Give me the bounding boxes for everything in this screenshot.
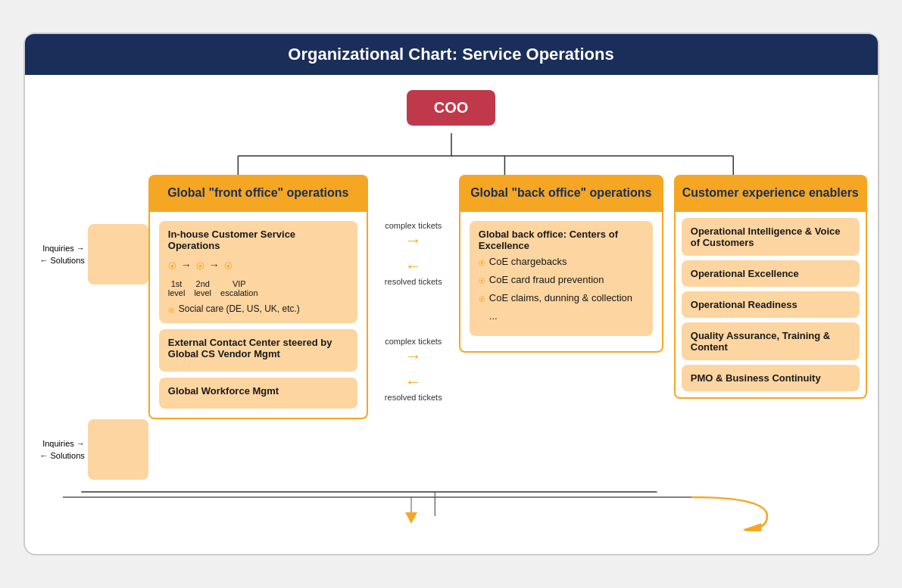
complex-tickets-1: complex tickets → — [385, 220, 442, 250]
enabler-4: PMO & Business Continuity — [682, 365, 860, 391]
inquiries-text-1: Inquiries — [42, 244, 74, 253]
arrow-left-2: ← — [40, 451, 48, 460]
complex-tickets-2-label: complex tickets — [385, 336, 442, 347]
arrow-left-1: ← — [40, 256, 48, 265]
back-item-2: ⍟ CoE claims, dunning & collection — [479, 292, 644, 304]
front-office-body: In-house Customer Service Operations ⍟ →… — [148, 212, 368, 419]
coo-row: COO — [25, 90, 878, 126]
connector-svg — [70, 133, 832, 175]
arrow-right-2: → — [76, 439, 85, 448]
inquiry-labels-2: Inquiries → ← Solutions — [40, 439, 85, 460]
arrow-complex-2: → — [405, 347, 422, 366]
bottom-arrow-area — [40, 486, 863, 531]
star-icon-2: ⍟ — [196, 257, 204, 273]
front-office-column: Global "front office" operations In-hous… — [148, 175, 368, 419]
inquiry-box-2 — [88, 419, 148, 480]
star-coe-2: ⍟ — [479, 274, 485, 286]
global-workforce-title: Global Workforce Mgmt — [168, 385, 348, 397]
star-icon-social: ⍟ — [168, 303, 174, 316]
inquiry-label-2: Inquiries → — [42, 439, 85, 448]
bottom-curved-svg — [40, 486, 863, 531]
resolved-tickets-1: ← resolved tickets — [385, 257, 442, 287]
global-workforce-box: Global Workforce Mgmt — [159, 378, 357, 409]
social-care-text: Social care (DE, US, UK, etc.) — [179, 303, 300, 314]
inquiry-group-2: Inquiries → ← Solutions — [40, 419, 148, 480]
inquiries-text-2: Inquiries — [42, 439, 74, 448]
resolved-tickets-1-label: resolved tickets — [385, 276, 442, 287]
coo-connectors — [70, 133, 832, 175]
inquiry-box-1 — [88, 224, 148, 285]
inhouse-cs-title: In-house Customer Service Operations — [168, 229, 348, 251]
arrow-resolved-2: ← — [405, 372, 422, 392]
svg-marker-11 — [405, 512, 417, 524]
back-item-3: ⍟ ... — [479, 310, 644, 322]
back-item-text-0: CoE chargebacks — [489, 256, 567, 267]
enabler-3: Quality Assurance, Training & Content — [682, 322, 860, 360]
enabler-1: Operational Excellence — [682, 260, 860, 287]
external-cc-title: External Contact Center steered by Globa… — [168, 337, 348, 359]
level-vip: VIPescalation — [220, 279, 258, 297]
star-icon-1: ⍟ — [168, 257, 176, 273]
arrow-right-1: → — [76, 244, 85, 253]
enablers-header: Customer experience enablers — [674, 175, 867, 212]
solutions-label-1: ← Solutions — [40, 256, 85, 265]
star-coe-1: ⍟ — [479, 256, 485, 268]
escalation-row: ⍟ → ⍟ → ⍟ — [168, 257, 348, 273]
solutions-text-1: Solutions — [51, 256, 85, 265]
resolved-tickets-2: ← resolved tickets — [385, 372, 442, 403]
level-labels: 1stlevel 2ndlevel VIPescalation — [168, 279, 348, 297]
enabler-2: Operational Readiness — [682, 291, 860, 318]
middle-column: complex tickets → ← resolved tickets com… — [368, 175, 459, 403]
complex-tickets-1-label: complex tickets — [385, 220, 442, 231]
enabler-0: Operational Intelligence & Voice of Cust… — [682, 218, 860, 256]
front-office-header: Global "front office" operations — [148, 175, 368, 212]
resolved-tickets-2-label: resolved tickets — [385, 392, 442, 403]
back-office-column: Global "back office" operations Global b… — [459, 175, 663, 353]
star-coe-3: ⍟ — [479, 292, 485, 304]
main-content: Inquiries → ← Solutions Inquiries → — [25, 175, 878, 480]
level-2nd: 2ndlevel — [194, 279, 211, 297]
arrow-complex-1: → — [405, 231, 422, 250]
chart-container: Organizational Chart: Service Operations… — [23, 33, 879, 555]
back-office-body: Global back office: Centers of Excellenc… — [459, 212, 663, 353]
enablers-column: Customer experience enablers Operational… — [674, 175, 867, 399]
left-inquiries: Inquiries → ← Solutions Inquiries → — [40, 224, 148, 480]
solutions-label-2: ← Solutions — [40, 451, 85, 460]
coe-main-title: Global back office: Centers of Excellenc… — [479, 229, 644, 251]
social-care: ⍟ Social care (DE, US, UK, etc.) — [168, 303, 348, 316]
back-item-0: ⍟ CoE chargebacks — [479, 256, 644, 268]
arrow-resolved-1: ← — [405, 257, 422, 276]
inquiry-label-1: Inquiries → — [42, 244, 85, 253]
enablers-body: Operational Intelligence & Voice of Cust… — [674, 212, 867, 399]
coo-box: COO — [407, 90, 496, 126]
arrow-icon-2: → — [209, 259, 220, 271]
back-item-text-1: CoE card fraud prevention — [489, 274, 604, 285]
back-office-header: Global "back office" operations — [459, 175, 663, 212]
back-item-1: ⍟ CoE card fraud prevention — [479, 274, 644, 286]
arrow-icon-1: → — [181, 259, 192, 271]
external-cc-box: External Contact Center steered by Globa… — [159, 329, 357, 372]
inhouse-cs-box: In-house Customer Service Operations ⍟ →… — [159, 221, 357, 323]
solutions-text-2: Solutions — [51, 451, 85, 460]
level-1st: 1stlevel — [168, 279, 186, 297]
coe-box: Global back office: Centers of Excellenc… — [470, 221, 653, 336]
back-item-text-2: CoE claims, dunning & collection — [489, 292, 632, 303]
back-item-text-3: ... — [489, 310, 498, 322]
chart-title: Organizational Chart: Service Operations — [25, 34, 878, 75]
complex-tickets-2: complex tickets → — [385, 336, 442, 366]
star-icon-3: ⍟ — [224, 257, 233, 273]
inquiry-group-1: Inquiries → ← Solutions — [40, 224, 148, 285]
inquiry-labels-1: Inquiries → ← Solutions — [40, 244, 85, 265]
